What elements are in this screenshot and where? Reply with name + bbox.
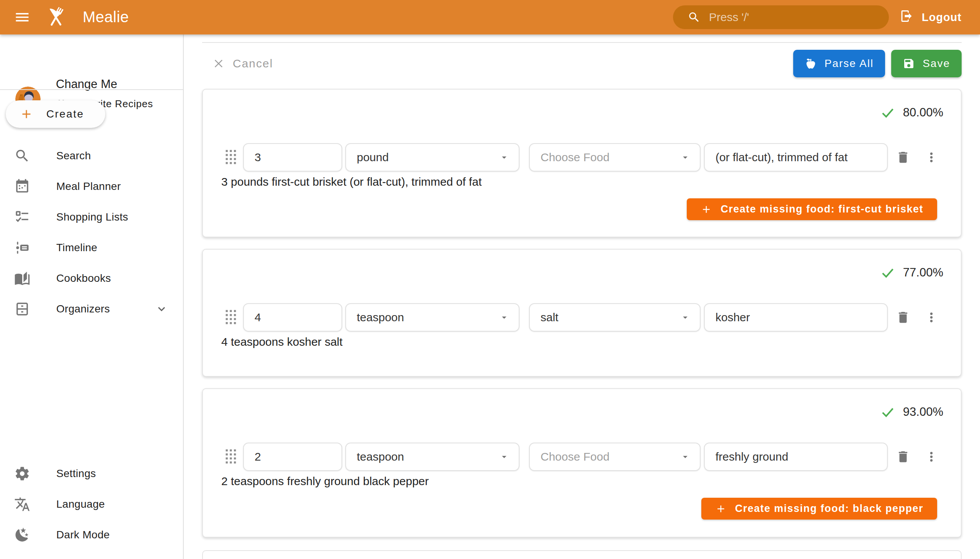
confidence-value: 80.00% <box>903 106 943 119</box>
timeline-icon <box>14 240 30 256</box>
plus-icon <box>715 503 727 514</box>
food-select[interactable]: Choose Food <box>529 143 701 172</box>
unit-select[interactable]: teaspoon <box>345 443 519 471</box>
logout-icon <box>900 9 913 26</box>
confidence-value: 77.00% <box>903 266 943 280</box>
drawer-icon <box>14 301 30 317</box>
trash-icon <box>896 310 910 325</box>
unit-select[interactable]: pound <box>345 143 519 172</box>
sidebar-item-search[interactable]: Search <box>0 141 183 171</box>
hamburger-icon <box>14 21 31 27</box>
original-ingredient-text: 2 teaspoons freshly ground black pepper <box>221 475 429 488</box>
plus-icon <box>701 204 712 215</box>
sidebar-bottom-nav: Settings Language Dark Mode <box>0 458 183 550</box>
gear-icon <box>14 466 30 482</box>
kebab-icon <box>924 150 939 165</box>
dropdown-arrow-icon <box>499 452 509 462</box>
create-button[interactable]: Create <box>6 100 105 128</box>
search-icon <box>687 11 701 24</box>
dropdown-arrow-icon <box>499 312 509 323</box>
confidence-indicator: 80.00% <box>880 105 943 120</box>
kebab-icon <box>924 450 939 464</box>
create-label: Create <box>46 108 84 120</box>
check-icon <box>880 404 896 420</box>
app-bar: Mealie Logout <box>0 0 980 35</box>
quantity-input[interactable] <box>243 143 342 172</box>
quantity-input[interactable] <box>243 303 342 332</box>
drag-handle-icon[interactable] <box>225 309 236 326</box>
create-missing-food-button[interactable]: Create missing food: first-cut brisket <box>687 198 937 220</box>
note-input[interactable] <box>704 303 888 332</box>
search-input[interactable] <box>709 11 878 24</box>
ingredient-card: 80.00% pound Choose Food <box>202 89 962 237</box>
original-ingredient-text: 4 teaspoons kosher salt <box>221 336 343 349</box>
more-menu-button[interactable] <box>922 308 940 327</box>
sidebar-item-cookbooks[interactable]: Cookbooks <box>0 263 183 294</box>
save-icon <box>903 58 915 70</box>
note-input[interactable] <box>704 143 888 172</box>
global-search[interactable] <box>673 5 889 29</box>
parse-all-button[interactable]: Parse All <box>793 50 886 77</box>
save-button[interactable]: Save <box>891 50 962 77</box>
dropdown-arrow-icon <box>680 312 691 323</box>
apple-icon <box>805 58 817 70</box>
delete-button[interactable] <box>894 148 912 167</box>
food-select[interactable]: salt <box>529 303 701 332</box>
app-title: Mealie <box>83 8 129 26</box>
delete-button[interactable] <box>894 448 912 466</box>
sidebar-divider <box>0 89 183 90</box>
note-input[interactable] <box>704 443 888 471</box>
kebab-icon <box>924 310 939 325</box>
close-icon <box>212 57 225 70</box>
drag-handle-icon[interactable] <box>225 149 236 165</box>
sidebar: Change Me Favorite Recipes Create Search… <box>0 35 184 559</box>
sidebar-item-organizers[interactable]: Organizers <box>0 294 183 324</box>
main-content: Cancel Parse All Save 80.00% <box>185 35 980 559</box>
moon-stars-icon <box>14 527 30 543</box>
unit-select[interactable]: teaspoon <box>345 303 519 332</box>
delete-button[interactable] <box>894 308 912 327</box>
trash-icon <box>896 450 910 464</box>
ingredient-card: 93.00% teaspoon Choose Food <box>202 388 962 538</box>
parser-toolbar: Cancel Parse All Save <box>202 42 962 77</box>
more-menu-button[interactable] <box>922 148 940 167</box>
dropdown-arrow-icon <box>499 152 509 163</box>
chevron-down-icon <box>155 302 169 316</box>
logout-label: Logout <box>922 11 962 24</box>
hamburger-menu-button[interactable] <box>14 9 31 26</box>
original-ingredient-text: 3 pounds first-cut brisket (or flat-cut)… <box>221 175 482 189</box>
confidence-indicator: 93.00% <box>880 404 943 420</box>
food-select[interactable]: Choose Food <box>529 443 701 471</box>
sidebar-nav: Search Meal Planner Shopping Lists <box>0 141 183 324</box>
drag-handle-icon[interactable] <box>225 449 236 465</box>
sidebar-item-shopping-lists[interactable]: Shopping Lists <box>0 202 183 232</box>
sidebar-item-language[interactable]: Language <box>0 489 183 519</box>
trash-icon <box>896 150 910 165</box>
create-missing-food-button[interactable]: Create missing food: black pepper <box>701 498 937 519</box>
sidebar-item-timeline[interactable]: Timeline <box>0 232 183 263</box>
ingredient-card-partial <box>202 550 962 559</box>
checklist-icon <box>14 209 30 225</box>
mealie-logo-icon <box>43 4 69 30</box>
dropdown-arrow-icon <box>680 152 691 163</box>
sidebar-item-meal-planner[interactable]: Meal Planner <box>0 171 183 202</box>
translate-icon <box>14 496 30 512</box>
plus-icon <box>20 107 33 121</box>
ingredient-card: 77.00% teaspoon salt <box>202 249 962 377</box>
calendar-icon <box>14 179 30 195</box>
sidebar-item-settings[interactable]: Settings <box>0 458 183 489</box>
check-icon <box>880 265 896 280</box>
logout-button[interactable]: Logout <box>900 0 962 35</box>
confidence-value: 93.00% <box>903 405 943 419</box>
book-open-icon <box>14 270 30 286</box>
confidence-indicator: 77.00% <box>880 265 943 280</box>
more-menu-button[interactable] <box>922 448 940 466</box>
sidebar-item-dark-mode[interactable]: Dark Mode <box>0 519 183 550</box>
search-icon <box>14 148 30 164</box>
quantity-input[interactable] <box>243 443 342 471</box>
cancel-button[interactable]: Cancel <box>212 57 273 70</box>
dropdown-arrow-icon <box>680 452 691 462</box>
check-icon <box>880 105 896 120</box>
